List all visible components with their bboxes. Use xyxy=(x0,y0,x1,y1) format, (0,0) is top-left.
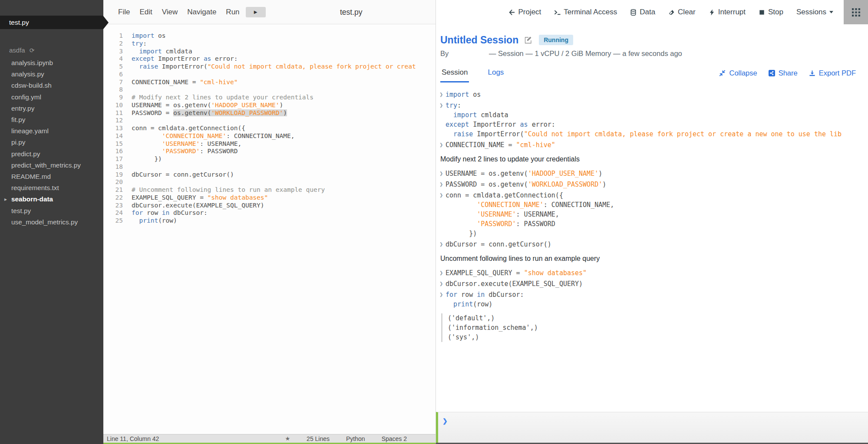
file-item-requirements-txt[interactable]: requirements.txt xyxy=(0,182,103,194)
code-line-1: 1import os xyxy=(103,32,436,40)
code-line-6: 6 xyxy=(103,71,436,79)
output-prose: Uncomment following lines to run an exam… xyxy=(440,255,868,263)
toolbar-interrupt[interactable]: Interrupt xyxy=(709,8,746,16)
line-number: 25 xyxy=(103,217,123,225)
line-number: 19 xyxy=(103,171,123,179)
file-item-predict-py[interactable]: predict.py xyxy=(0,148,103,160)
line-count: 25 Lines xyxy=(307,435,330,442)
byline-meta: — Session — 1 vCPU / 2 GiB Memory — a fe… xyxy=(489,49,682,57)
code-line-23: 23dbCursor.execute(EXAMPLE_SQL_QUERY) xyxy=(103,202,436,210)
output-statement: ❯dbCursor.execute(EXAMPLE_SQL_QUERY) xyxy=(439,279,868,289)
output-result: ('default',)('information_schema',)('sys… xyxy=(441,313,868,342)
line-number: 14 xyxy=(103,132,123,140)
session-byline: By— Session — 1 vCPU / 2 GiB Memory — a … xyxy=(440,49,868,58)
file-item-analysis-py[interactable]: analysis.py xyxy=(0,69,103,80)
code-line-2: 2try: xyxy=(103,40,436,48)
output-statement: ❯for row in dbCursor: print(row) xyxy=(439,290,868,309)
file-item-test-py[interactable]: test.py xyxy=(0,205,103,217)
star-icon[interactable]: ★ xyxy=(285,435,290,442)
share-button[interactable]: Share xyxy=(769,69,798,77)
code-line-18: 18 xyxy=(103,163,436,171)
code-line-11: 11PASSWORD = os.getenv('WORKLOAD_PASSWOR… xyxy=(103,109,436,117)
file-item-use-model-metrics-py[interactable]: use_model_metrics.py xyxy=(0,217,103,228)
toolbar-project[interactable]: Project xyxy=(508,8,541,16)
file-item-cdsw-build-sh[interactable]: cdsw-build.sh xyxy=(0,80,103,91)
arrow-left-icon xyxy=(508,9,515,16)
menu-navigate[interactable]: Navigate xyxy=(187,8,216,16)
line-number: 21 xyxy=(103,186,123,194)
file-item-seaborn-data[interactable]: ▸seaborn-data xyxy=(0,194,103,205)
line-number: 16 xyxy=(103,148,123,155)
caret-down-icon xyxy=(829,11,833,13)
file-item-lineage-yaml[interactable]: lineage.yaml xyxy=(0,125,103,137)
menu-edit[interactable]: Edit xyxy=(139,8,152,16)
file-item-entry-py[interactable]: entry.py xyxy=(0,103,103,114)
editor-statusbar: Line 11, Column 42 ★ 25 Lines Python Spa… xyxy=(103,434,436,443)
code-line-13: 13conn = cmldata.getConnection({ xyxy=(103,125,436,132)
chevron-right-icon: ❯ xyxy=(439,90,446,97)
collapse-button[interactable]: Collapse xyxy=(719,69,757,77)
menu-items: FileEditViewNavigateRun xyxy=(118,8,240,16)
menu-run[interactable]: Run xyxy=(226,8,239,16)
line-number: 11 xyxy=(103,109,123,117)
refresh-icon[interactable]: ⟳ xyxy=(30,47,35,53)
session-title: Untitled Session xyxy=(440,34,518,46)
session-toolbar: ProjectTerminal AccessDataClearInterrupt… xyxy=(436,0,868,24)
command-prompt[interactable]: ❯ xyxy=(436,412,868,443)
chevron-right-icon: ❯ xyxy=(439,240,446,247)
output-statement: ❯CONNECTION_NAME = "cml-hive" xyxy=(439,140,868,150)
file-item-pi-py[interactable]: pi.py xyxy=(0,137,103,148)
database-icon xyxy=(630,9,637,16)
code-editor[interactable]: 1import os2try:3 import cmldata4except I… xyxy=(103,24,436,434)
code-line-12: 12 xyxy=(103,117,436,125)
file-item-config-yml[interactable]: config.yml xyxy=(0,92,103,103)
session-tabs-row: SessionLogs CollapseShareExport PDF xyxy=(440,68,868,82)
code-line-5: 5 raise ImportError("Could not import cm… xyxy=(103,63,436,71)
cursor-position: Line 11, Column 42 xyxy=(107,435,159,442)
project-name: asdfa xyxy=(9,46,25,54)
menu-file[interactable]: File xyxy=(118,8,130,16)
edit-icon[interactable] xyxy=(525,36,532,44)
line-number: 4 xyxy=(103,55,123,63)
file-item-predict-with-metrics-py[interactable]: predict_with_metrics.py xyxy=(0,160,103,171)
toolbar-sessions[interactable]: Sessions xyxy=(796,8,833,16)
session-actions: CollapseShareExport PDF xyxy=(719,69,868,82)
toolbar-clear[interactable]: Clear xyxy=(668,8,696,16)
open-file-tab[interactable]: test.py xyxy=(0,16,103,29)
toolbar-terminal-access[interactable]: Terminal Access xyxy=(554,8,617,16)
line-number: 6 xyxy=(103,71,123,79)
file-item-analysis-ipynb[interactable]: analysis.ipynb xyxy=(0,57,103,69)
output-statement: ❯try: import cmldata except ImportError … xyxy=(439,101,868,139)
output-statement: ❯conn = cmldata.getConnection({ 'CONNECT… xyxy=(439,191,868,238)
file-item-fit-py[interactable]: fit.py xyxy=(0,114,103,125)
tab-logs[interactable]: Logs xyxy=(486,68,505,82)
language-label[interactable]: Python xyxy=(346,435,365,442)
code-line-17: 17 }) xyxy=(103,155,436,163)
line-number: 13 xyxy=(103,125,123,132)
chevron-right-icon: ❯ xyxy=(439,268,446,275)
code-line-22: 22EXAMPLE_SQL_QUERY = "show databases" xyxy=(103,194,436,202)
app-switcher-button[interactable] xyxy=(844,0,868,24)
editor-file-title: test.py xyxy=(340,0,363,24)
session-title-row: Untitled Session Running xyxy=(440,34,868,46)
indent-label[interactable]: Spaces 2 xyxy=(382,435,407,442)
chevron-right-icon: ❯ xyxy=(439,290,446,297)
file-sidebar: test.py asdfa ⟳ analysis.ipynbanalysis.p… xyxy=(0,0,103,444)
download-icon xyxy=(809,70,815,76)
toolbar-data[interactable]: Data xyxy=(630,8,655,16)
line-number: 20 xyxy=(103,178,123,186)
chevron-right-icon: ❯ xyxy=(439,140,446,147)
run-button[interactable]: ▶ xyxy=(246,7,266,17)
chevron-right-icon: ❯ xyxy=(439,191,446,197)
editor-pane: FileEditViewNavigateRun ▶ test.py 1impor… xyxy=(103,0,436,444)
line-number: 10 xyxy=(103,102,123,109)
line-number: 12 xyxy=(103,117,123,125)
toolbar-stop[interactable]: Stop xyxy=(759,8,783,16)
project-name-row: asdfa ⟳ xyxy=(9,46,103,54)
session-panel: ProjectTerminal AccessDataClearInterrupt… xyxy=(436,0,868,444)
code-line-9: 9# Modify next 2 lines to update your cr… xyxy=(103,94,436,102)
export-pdf-button[interactable]: Export PDF xyxy=(809,69,856,77)
tab-session[interactable]: Session xyxy=(440,68,469,82)
file-item-readme-md[interactable]: README.md xyxy=(0,171,103,182)
menu-view[interactable]: View xyxy=(162,8,178,16)
